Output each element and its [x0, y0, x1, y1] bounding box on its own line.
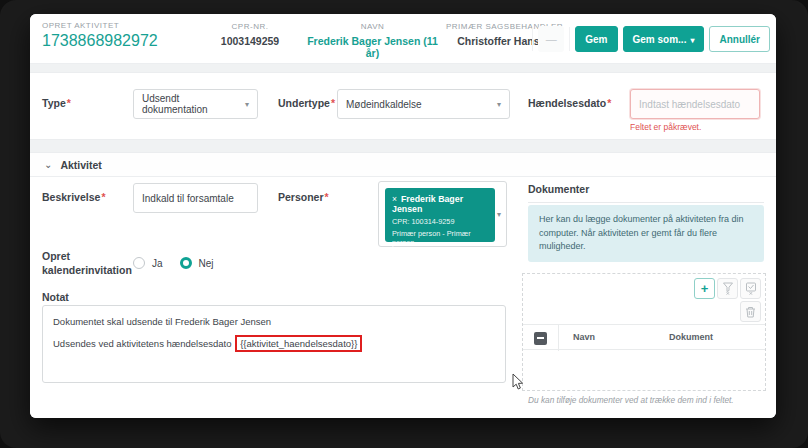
subtype-select[interactable]: Mødeindkaldelse ▾	[337, 89, 510, 119]
documents-drop-zone[interactable]: +	[522, 273, 766, 391]
person-chip-name: Frederik Bager Jensen	[392, 194, 463, 214]
app-window: OPRET AKTIVITET 1738868982972 CPR-NR. 10…	[30, 14, 776, 418]
mouse-cursor	[512, 373, 525, 391]
person-chip-cpr: CPR: 100314-9259	[392, 217, 488, 226]
type-select-value: Udsendt dokumentation	[142, 93, 239, 115]
name-label: NAVN	[305, 22, 440, 31]
radio-no[interactable]	[180, 257, 192, 269]
select-all-checkbox[interactable]	[534, 332, 547, 345]
more-menu-button[interactable]: —	[538, 26, 564, 52]
required-field-error: Feltet er påkrævet.	[630, 122, 760, 132]
type-label: Type*	[42, 97, 71, 109]
required-marker: *	[331, 97, 335, 109]
column-header-document: Dokument	[669, 332, 713, 342]
select-all-cell	[523, 325, 559, 351]
documents-info-box: Her kan du lægge dokumenter på aktivitet…	[528, 205, 764, 262]
person-chip[interactable]: ×Frederik Bager Jensen CPR: 100314-9259 …	[385, 188, 495, 242]
type-select[interactable]: Udsendt dokumentation ▾	[133, 89, 258, 119]
subtype-select-value: Mødeindkaldelse	[346, 99, 422, 110]
header-bar: OPRET AKTIVITET 1738868982972 CPR-NR. 10…	[30, 14, 776, 64]
chevron-down-icon: ▾	[690, 36, 694, 45]
remove-person-icon[interactable]: ×	[392, 194, 397, 204]
collapse-chevron-icon: ⌄	[44, 160, 52, 170]
column-header-name: Navn	[573, 332, 595, 342]
type-row-card: Type* Udsendt dokumentation ▾ Undertype*…	[30, 72, 776, 140]
required-marker: *	[67, 97, 71, 109]
persons-select[interactable]: ×Frederik Bager Jensen CPR: 100314-9259 …	[378, 181, 507, 247]
documents-hint: Du kan tilføje dokumenter ved at trække …	[528, 395, 766, 405]
header-actions: — Gem Gem som...▾ Annullér	[532, 26, 770, 52]
delete-document-button[interactable]	[740, 301, 761, 322]
note-line-1: Dokumentet skal udsende til Frederik Bag…	[53, 314, 495, 329]
name-block: NAVN Frederik Bager Jensen (11 år)	[305, 22, 440, 59]
template-token-annotation: {{aktivitet_haendelsesdato}}	[235, 335, 362, 352]
save-as-button[interactable]: Gem som...▾	[623, 26, 705, 52]
documents-title: Dokumenter	[528, 183, 764, 203]
required-marker: *	[101, 191, 105, 203]
divider	[532, 27, 533, 51]
calendar-invite-label: Opret kalenderinvitation	[42, 249, 130, 277]
activity-id: 1738868982972	[42, 32, 158, 50]
required-marker: *	[325, 191, 329, 203]
dash-icon: —	[546, 33, 557, 45]
activity-section-title: Aktivitet	[60, 159, 101, 171]
header-title-block: OPRET AKTIVITET 1738868982972	[42, 21, 158, 50]
chevron-down-icon: ▾	[245, 100, 249, 109]
screenshot-backdrop: OPRET AKTIVITET 1738868982972 CPR-NR. 10…	[0, 0, 808, 448]
person-name-link[interactable]: Frederik Bager Jensen (11 år)	[305, 35, 440, 59]
event-date-label: Hændelsesdato*	[528, 97, 611, 109]
page-title: OPRET AKTIVITET	[42, 21, 158, 30]
note-textarea[interactable]: Dokumentet skal udsende til Frederik Bag…	[42, 305, 506, 383]
trash-icon	[745, 306, 756, 318]
plus-icon: +	[701, 282, 709, 295]
cpr-block: CPR-NR. 1003149259	[200, 22, 300, 47]
calendar-invite-radios: Ja Nej	[133, 257, 224, 269]
documents-toolbar: +	[694, 278, 761, 322]
note-label: Notat	[42, 291, 69, 303]
event-date-field-wrap: Feltet er påkrævet.	[630, 89, 760, 132]
filter-x-icon	[722, 282, 734, 295]
event-date-input[interactable]	[630, 89, 760, 119]
save-button[interactable]: Gem	[575, 26, 617, 52]
persons-label: Personer*	[278, 191, 329, 203]
radio-no-label: Nej	[199, 258, 214, 269]
subtype-label: Undertype*	[278, 97, 335, 109]
chevron-down-icon: ▾	[497, 100, 501, 109]
activity-section-toggle[interactable]: ⌄ Aktivitet	[30, 153, 776, 177]
add-document-button[interactable]: +	[694, 278, 715, 299]
filter-clear-button[interactable]	[717, 278, 738, 299]
chevron-down-icon: ▾	[497, 210, 501, 219]
person-chip-role: Primær person - Primær person	[392, 229, 488, 247]
documents-table-header: Navn Dokument	[523, 324, 765, 350]
radio-yes-label: Ja	[152, 258, 163, 269]
description-input[interactable]	[133, 183, 258, 213]
note-line-2: Udsendes ved aktivitetens hændelsesdato …	[53, 336, 495, 351]
cpr-value: 1003149259	[200, 35, 300, 47]
radio-yes[interactable]	[133, 257, 145, 269]
person-chip-name-row: ×Frederik Bager Jensen	[392, 194, 488, 214]
description-label: Beskrivelse*	[42, 191, 105, 203]
checkbox-x-icon	[745, 282, 757, 295]
cpr-label: CPR-NR.	[200, 22, 300, 31]
divider	[569, 27, 570, 51]
required-marker: *	[607, 97, 611, 109]
cancel-button[interactable]: Annullér	[709, 26, 770, 52]
activity-card: ⌄ Aktivitet Beskrivelse* Personer* ×Fred…	[30, 152, 776, 418]
deselect-all-button[interactable]	[740, 278, 761, 299]
save-as-label: Gem som...	[633, 34, 687, 45]
